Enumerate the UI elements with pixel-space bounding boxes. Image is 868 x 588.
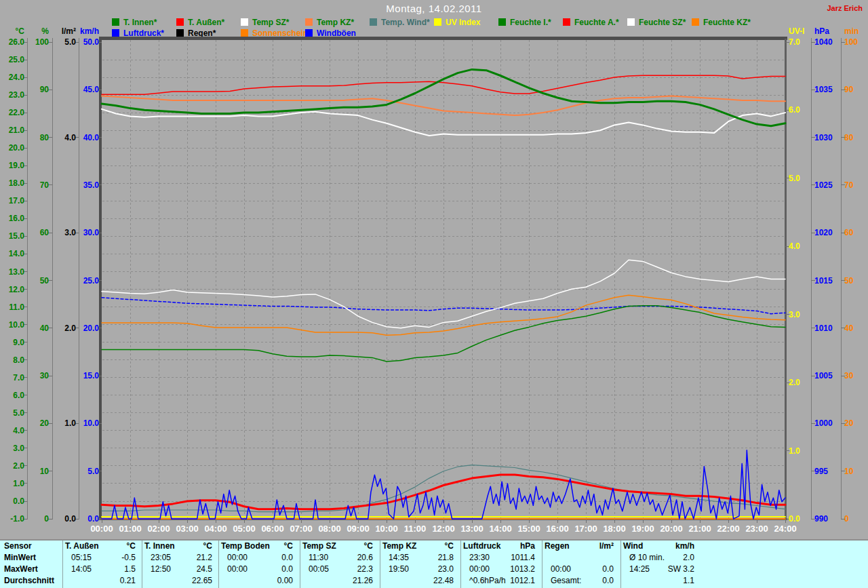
axis-tick-label-rain: 2.0 xyxy=(64,324,76,333)
table-cell-value: 22.65 xyxy=(192,575,212,587)
table-row: Windkm/h xyxy=(621,541,699,552)
table-cell-time: ^0.6hPa/h xyxy=(469,575,506,587)
x-axis-label: 05:00 xyxy=(233,524,255,534)
table-row: 11:3020.6 xyxy=(300,552,378,564)
axis-tick-label-hum: 30 xyxy=(40,371,50,380)
axis-tick-label-sun: 0 xyxy=(844,514,849,524)
table-row: Regenl/m² xyxy=(542,541,618,552)
axis-unit-hpa: hPa xyxy=(814,26,829,36)
table-row: LuftdruckhPa xyxy=(461,541,540,552)
x-axis-label: 00:00 xyxy=(90,524,113,534)
table-cell-time: 00:05 xyxy=(309,564,329,575)
axis-tick-label-wind: 30.0 xyxy=(83,228,100,237)
axis-tick-label-temp: 10.0 xyxy=(9,320,25,330)
table-row: 14:25SW 3.2 xyxy=(621,564,699,575)
axis-tick-label-rain: 4.0 xyxy=(64,133,76,142)
table-row: 1.1 xyxy=(621,575,699,587)
table-cell-value: 24.5 xyxy=(197,564,212,575)
axis-tick-label-temp: 5.0 xyxy=(13,408,24,418)
axis-tick-label-hum: 40 xyxy=(40,324,50,333)
table-row-label-sensor: Sensor xyxy=(4,541,54,552)
axis-tick-label-rain: 0.0 xyxy=(64,514,76,524)
axis-tick-label-hum: 100 xyxy=(35,37,49,47)
table-col-name: Temp SZ xyxy=(302,541,336,552)
axis-tick-label-temp: 23.0 xyxy=(9,90,25,100)
axis-tick-label-temp: 24.0 xyxy=(9,73,25,82)
table-cell-time: 00:00 xyxy=(227,564,248,575)
axis-tick-label-temp: 14.0 xyxy=(9,249,25,258)
table-col-unit: °C xyxy=(203,541,212,552)
x-axis-label: 09:00 xyxy=(347,524,369,534)
axis-tick-label-temp: 12.0 xyxy=(9,285,25,294)
table-column-luftdruck: LuftdruckhPa23:301011.400:001013.2^0.6hP… xyxy=(460,541,540,588)
table-cell-value: SW 3.2 xyxy=(668,564,694,575)
table-row: T. Außen°C xyxy=(63,541,140,552)
axis-tick-label-wind: 45.0 xyxy=(83,85,100,94)
table-cell-value: 0.0 xyxy=(602,564,614,575)
axis-tick-label-wind: 10.0 xyxy=(83,418,100,428)
axis-tick-label-hpa: 1020 xyxy=(814,228,833,237)
table-cell-time: 23:05 xyxy=(151,552,171,564)
axis-tick-label-hpa: 1000 xyxy=(814,418,833,428)
x-axis-label: 02:00 xyxy=(147,524,170,534)
table-row-label-minwert: MinWert xyxy=(4,552,54,564)
axis-unit-sun: min xyxy=(844,26,859,36)
table-row: 12:5024.5 xyxy=(142,564,217,575)
axis-tick-label-sun: 50 xyxy=(844,276,854,286)
table-row: Gesamt:0.0 xyxy=(542,575,618,587)
x-axis-label: 14:00 xyxy=(489,524,511,534)
table-cell-time: 14:05 xyxy=(71,564,92,575)
axis-tick-label-hpa: 1030 xyxy=(814,133,833,142)
x-axis-label: 16:00 xyxy=(546,524,568,534)
table-cell-value: 21.2 xyxy=(197,552,212,564)
axis-tick-label-uv: 5.0 xyxy=(789,174,800,183)
table-col-name: Wind xyxy=(623,541,643,552)
table-col-unit: l/m² xyxy=(599,541,614,552)
x-axis-label: 22:00 xyxy=(717,524,739,534)
axis-tick-label-sun: 90 xyxy=(844,85,854,94)
table-cell-value: 1.5 xyxy=(124,564,136,575)
axis-unit-temp: °C xyxy=(16,26,25,36)
table-column-t-innen: T. Innen°C23:0521.212:5024.522.65 xyxy=(142,541,217,588)
axis-tick-label-hum: 10 xyxy=(40,467,50,476)
table-cell-value: 0.0 xyxy=(281,564,293,575)
axis-tick-label-temp: -1.0 xyxy=(10,514,24,524)
weather-app-window: Montag, 14.02.2011 Jarz Erich T. Innen*T… xyxy=(0,0,868,588)
table-cell-value: 0.21 xyxy=(120,575,136,587)
table-column-wind: Windkm/hØ 10 min.2.014:25SW 3.21.1 xyxy=(620,541,699,588)
axis-tick-label-temp: 19.0 xyxy=(9,161,25,170)
axis-tick-label-hpa: 1040 xyxy=(814,37,833,47)
table-row: 22.65 xyxy=(142,575,217,587)
table-cell-value: 0.0 xyxy=(281,552,293,564)
x-axis-label: 01:00 xyxy=(119,524,141,534)
axis-tick-label-uv: 3.0 xyxy=(789,310,800,319)
axis-tick-label-temp: 8.0 xyxy=(13,355,24,365)
table-row: 19:5023.0 xyxy=(380,564,458,575)
table-row: 23:0521.2 xyxy=(142,552,217,564)
table-row: 0.00 xyxy=(219,575,298,587)
table-col-unit: °C xyxy=(284,541,293,552)
axis-unit-rain: l/m² xyxy=(62,26,76,36)
table-col-unit: km/h xyxy=(675,541,694,552)
table-col-name: Temp KZ xyxy=(382,541,416,552)
table-cell-value: 22.48 xyxy=(433,575,454,587)
table-row: T. Innen°C xyxy=(142,541,217,552)
axis-tick-label-hum: 60 xyxy=(40,228,50,237)
axis-tick-label-sun: 70 xyxy=(844,180,854,190)
axis-tick-label-wind: 40.0 xyxy=(83,133,100,142)
table-row: 14:3521.8 xyxy=(380,552,458,564)
axis-tick-label-temp: 20.0 xyxy=(9,143,25,153)
axis-tick-label-rain: 3.0 xyxy=(64,228,76,237)
axis-tick-label-hpa: 990 xyxy=(814,514,828,524)
axis-tick-label-wind: 5.0 xyxy=(87,467,99,476)
axis-tick-label-uv: 4.0 xyxy=(789,241,800,251)
x-axis-label: 12:00 xyxy=(432,524,454,534)
axis-tick-label-temp: 3.0 xyxy=(13,444,24,453)
table-row: Temp SZ°C xyxy=(300,541,378,552)
table-col-unit: hPa xyxy=(520,541,535,552)
x-axis-label: 19:00 xyxy=(631,524,654,534)
axis-tick-label-sun: 80 xyxy=(844,133,854,142)
axis-tick-label-temp: 15.0 xyxy=(9,231,25,241)
axis-tick-label-temp: 9.0 xyxy=(13,338,24,347)
table-row: Temp Boden°C xyxy=(219,541,298,552)
